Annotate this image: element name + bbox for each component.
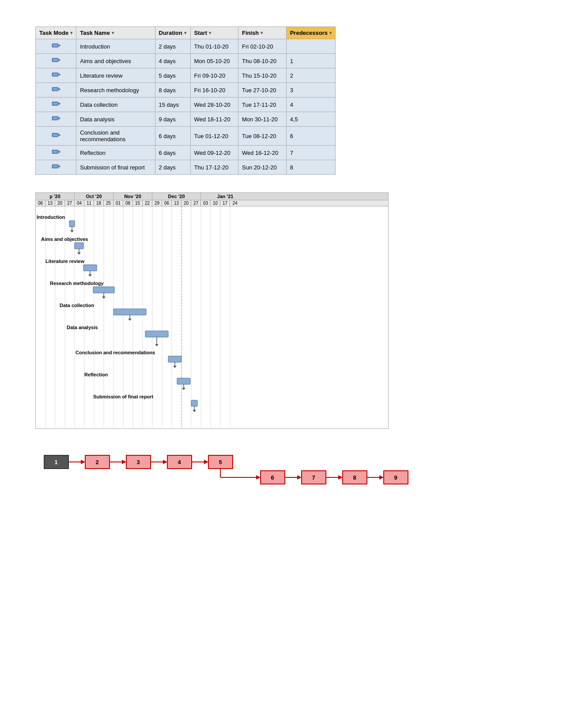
duration-cell: 2 days bbox=[155, 39, 190, 54]
task-mode-cell bbox=[36, 68, 76, 83]
task-mode-cell bbox=[36, 146, 76, 160]
gw-01: 01 bbox=[113, 200, 123, 206]
gw-27a: 27 bbox=[65, 200, 75, 206]
task-mode-cell bbox=[36, 54, 76, 68]
gantt-label-aims: Aims and objectives bbox=[41, 236, 88, 242]
predecessors-cell: 4,5 bbox=[286, 112, 335, 127]
table-row: Submission of final report 2 days Thu 17… bbox=[36, 160, 336, 175]
gantt-svg: Introduction Aims and objectives Literat… bbox=[36, 206, 240, 427]
finish-cell: Tue 08-12-20 bbox=[238, 127, 286, 146]
gw-04: 04 bbox=[75, 200, 84, 206]
task-mode-icon bbox=[52, 86, 60, 94]
start-cell: Fri 16-10-20 bbox=[190, 83, 238, 98]
svg-marker-60 bbox=[77, 252, 81, 255]
gw-13a: 13 bbox=[45, 200, 55, 206]
gw-03: 03 bbox=[201, 200, 211, 206]
svg-rect-13 bbox=[53, 88, 57, 90]
start-cell: Mon 05-10-20 bbox=[190, 54, 238, 68]
predecessors-dropdown-arrow[interactable]: ▾ bbox=[329, 30, 332, 35]
gantt-label-lit: Literature review bbox=[45, 259, 84, 264]
gantt-label-conc: Conclusion and recommendations bbox=[76, 350, 155, 355]
gw-25: 25 bbox=[104, 200, 113, 206]
table-row: Introduction 2 days Thu 01-10-20 Fri 02-… bbox=[36, 39, 336, 54]
duration-cell: 6 days bbox=[155, 146, 190, 160]
finish-header: Finish ▾ bbox=[238, 27, 286, 39]
network-arrowhead-4-5 bbox=[204, 460, 208, 464]
task-mode-icon bbox=[52, 71, 60, 80]
task-name-cell: Introduction bbox=[76, 39, 155, 54]
task-mode-cell bbox=[36, 83, 76, 98]
network-node-3-label: 3 bbox=[136, 459, 140, 465]
network-arrowhead-6-7 bbox=[297, 475, 302, 480]
task-mode-icon bbox=[52, 56, 60, 65]
network-arrowhead-2-3 bbox=[122, 460, 126, 464]
finish-cell: Wed 16-12-20 bbox=[238, 146, 286, 160]
task-mode-cell bbox=[36, 39, 76, 54]
task-mode-icon bbox=[52, 131, 60, 140]
finish-cell: Sun 20-12-20 bbox=[238, 160, 286, 175]
gw-20a: 20 bbox=[55, 200, 65, 206]
task-name-cell: Data analysis bbox=[76, 112, 155, 127]
network-node-7-label: 7 bbox=[312, 474, 315, 481]
task-mode-dropdown-arrow[interactable]: ▾ bbox=[70, 30, 72, 35]
svg-rect-9 bbox=[53, 74, 57, 75]
gantt-month-jan21: Jan '21 bbox=[201, 193, 249, 200]
start-cell: Fri 09-10-20 bbox=[190, 68, 238, 83]
svg-rect-33 bbox=[53, 165, 57, 167]
table-row: Aims and objectives 4 days Mon 05-10-20 … bbox=[36, 54, 336, 68]
gw-13b: 13 bbox=[172, 200, 181, 206]
gw-24: 24 bbox=[230, 200, 240, 206]
task-name-header: Task Name ▾ bbox=[76, 27, 155, 39]
task-name-dropdown-arrow[interactable]: ▾ bbox=[112, 30, 114, 35]
project-table: Task Mode ▾ Task Name ▾ Duration ▾ bbox=[35, 26, 336, 175]
duration-cell: 2 days bbox=[155, 160, 190, 175]
network-arrowhead-1-2 bbox=[81, 460, 85, 464]
svg-marker-19 bbox=[59, 102, 60, 105]
gantt-month-nov20: Nov '20 bbox=[113, 193, 152, 200]
table-row: Data collection 15 days Wed 28-10-20 Tue… bbox=[36, 98, 336, 112]
gantt-bar-datacoll bbox=[113, 309, 146, 315]
duration-dropdown-arrow[interactable]: ▾ bbox=[184, 30, 186, 35]
start-cell: Wed 28-10-20 bbox=[190, 98, 238, 112]
network-node-1-label: 1 bbox=[54, 459, 57, 465]
start-dropdown-arrow[interactable]: ▾ bbox=[209, 30, 211, 35]
svg-marker-35 bbox=[59, 165, 60, 168]
task-name-cell: Literature review bbox=[76, 68, 155, 83]
gw-18: 18 bbox=[94, 200, 104, 206]
finish-cell: Fri 02-10-20 bbox=[238, 39, 286, 54]
gantt-bar-research bbox=[93, 287, 114, 293]
svg-marker-7 bbox=[59, 59, 60, 61]
start-cell: Thu 01-10-20 bbox=[190, 39, 238, 54]
svg-marker-72 bbox=[182, 388, 185, 390]
task-mode-icon bbox=[52, 163, 60, 172]
gantt-body: Introduction Aims and objectives Literat… bbox=[35, 206, 389, 429]
table-row: Literature review 5 days Fri 09-10-20 Th… bbox=[36, 68, 336, 83]
svg-marker-31 bbox=[59, 150, 60, 153]
network-node-2-label: 2 bbox=[95, 459, 98, 465]
gantt-bar-submit bbox=[191, 400, 197, 406]
svg-marker-74 bbox=[193, 410, 196, 412]
network-diagram-section: 1 2 3 4 5 6 bbox=[35, 447, 528, 505]
task-name-cell: Data collection bbox=[76, 98, 155, 112]
svg-marker-68 bbox=[155, 344, 159, 346]
gantt-label-submit: Submission of final report bbox=[93, 394, 154, 399]
task-name-cell: Research methodology bbox=[76, 83, 155, 98]
gw-08: 08 bbox=[123, 200, 133, 206]
svg-marker-15 bbox=[59, 88, 60, 90]
svg-rect-25 bbox=[53, 134, 57, 136]
gw-22: 22 bbox=[143, 200, 152, 206]
task-name-cell: Reflection bbox=[76, 146, 155, 160]
finish-cell: Mon 30-11-20 bbox=[238, 112, 286, 127]
predecessors-cell: 1 bbox=[286, 54, 335, 68]
network-node-5-label: 5 bbox=[219, 459, 222, 465]
duration-cell: 4 days bbox=[155, 54, 190, 68]
gw-15: 15 bbox=[133, 200, 143, 206]
network-node-8-label: 8 bbox=[353, 474, 356, 481]
gantt-month-oct20: Oct '20 bbox=[75, 193, 113, 200]
gw-20b: 20 bbox=[181, 200, 191, 206]
gw-27b: 27 bbox=[191, 200, 201, 206]
finish-dropdown-arrow[interactable]: ▾ bbox=[261, 30, 263, 35]
gw-10: 10 bbox=[211, 200, 220, 206]
svg-rect-5 bbox=[53, 59, 57, 61]
predecessors-cell bbox=[286, 39, 335, 54]
